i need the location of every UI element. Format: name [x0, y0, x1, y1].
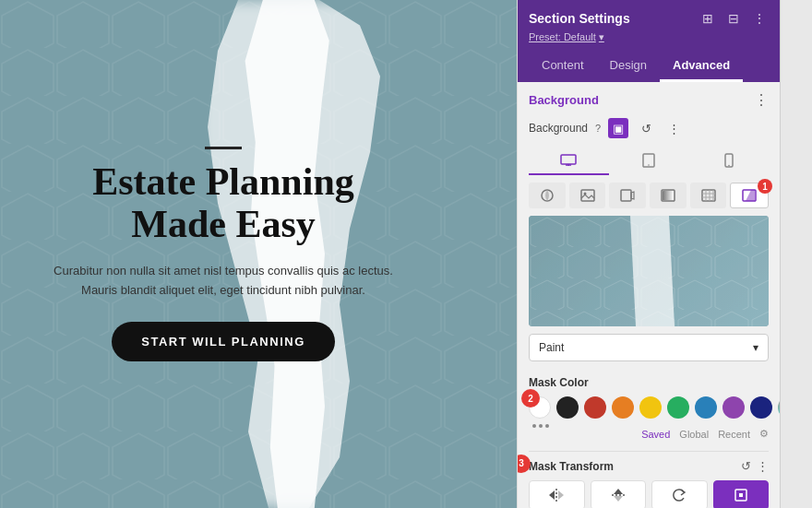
transform-btn-rotate[interactable] [651, 480, 708, 508]
recent-label[interactable]: Recent [718, 429, 750, 440]
preview-panel: Estate Planning Made Easy Curabitur non … [0, 0, 517, 508]
color-swatch-red[interactable] [584, 396, 606, 419]
right-strip [780, 0, 812, 508]
panel-header: Section Settings ⊞ ⊟ ⋮ Preset: Default ▾… [518, 0, 780, 82]
svg-rect-27 [739, 493, 743, 497]
color-swatch-custom[interactable]: ✎ [778, 396, 780, 419]
paint-dropdown-arrow: ▾ [753, 341, 758, 354]
section-header: Background ⋮ [518, 82, 780, 114]
bg-label: Background [529, 122, 588, 135]
svg-rect-12 [621, 190, 631, 201]
color-swatch-green[interactable] [667, 396, 689, 419]
mask-badge-2: 2 [521, 389, 540, 408]
transform-buttons [529, 480, 769, 508]
bg-preview-thumb [529, 216, 769, 326]
bg-type-pattern[interactable] [690, 183, 727, 208]
transform-btn-flip-h[interactable] [529, 480, 585, 508]
mask-color-section: Mask Color ✎ 2 [518, 371, 780, 449]
mask-badge-1: 1 [758, 179, 772, 194]
svg-rect-10 [581, 190, 594, 201]
paint-dropdown-label: Paint [539, 341, 564, 354]
svg-point-6 [648, 164, 650, 166]
paint-dropdown-row: Paint ▾ [529, 334, 769, 361]
color-swatch-purple[interactable] [722, 396, 745, 419]
transform-btn-active[interactable] [713, 480, 770, 508]
tab-content[interactable]: Content [529, 51, 597, 82]
mask-transform-icons: ↺ ⋮ [741, 459, 769, 473]
bg-icon-reset[interactable]: ↺ [636, 118, 656, 138]
bg-type-mask[interactable]: 1 [730, 183, 769, 208]
mt-reset-icon[interactable]: ↺ [741, 459, 751, 473]
mt-more-icon[interactable]: ⋮ [757, 459, 769, 473]
section-menu-icon[interactable]: ⋮ [754, 91, 769, 109]
side-panel: Section Settings ⊞ ⊟ ⋮ Preset: Default ▾… [517, 0, 780, 508]
svg-rect-14 [663, 191, 674, 200]
bg-icon-square[interactable]: ▣ [608, 118, 628, 138]
device-tab-mobile[interactable] [688, 148, 769, 175]
hero-title: Estate Planning Made Easy [48, 160, 399, 245]
gear-icon[interactable]: ⚙ [759, 428, 769, 440]
paint-dropdown[interactable]: Paint ▾ [529, 334, 769, 361]
bg-type-image[interactable] [569, 183, 606, 208]
divider [529, 451, 769, 452]
color-swatch-black[interactable] [556, 396, 579, 419]
panel-tabs: Content Design Advanced [529, 51, 769, 82]
color-swatch-orange[interactable] [612, 396, 634, 419]
panel-icon-split[interactable]: ⊟ [724, 9, 743, 28]
svg-point-8 [728, 165, 730, 167]
preview-content: Estate Planning Made Easy Curabitur non … [48, 147, 399, 362]
section-title: Background [529, 93, 599, 107]
panel-body: Background ⋮ Background ? ▣ ↺ ⋮ [518, 82, 780, 508]
bg-help-icon[interactable]: ? [595, 123, 601, 134]
device-tab-desktop[interactable] [529, 148, 609, 175]
preset-label[interactable]: Preset: Default [529, 31, 596, 42]
color-swatch-darkblue[interactable] [750, 396, 772, 419]
panel-icon-grid[interactable]: ⊞ [699, 9, 717, 28]
device-tab-tablet[interactable] [609, 148, 689, 175]
svg-rect-2 [561, 155, 576, 164]
device-tabs [518, 144, 780, 179]
global-label[interactable]: Global [679, 429, 709, 440]
bg-type-color[interactable] [529, 183, 566, 208]
panel-header-icons: ⊞ ⊟ ⋮ [699, 9, 769, 28]
tab-advanced[interactable]: Advanced [660, 51, 743, 82]
bg-row: Background ? ▣ ↺ ⋮ [518, 114, 780, 144]
mask-color-title: Mask Color [529, 376, 769, 389]
decorative-line [205, 147, 242, 149]
hero-subtitle: Curabitur non nulla sit amet nisl tempus… [48, 262, 399, 301]
thumb-bg [529, 216, 769, 326]
color-swatch-blue[interactable] [695, 396, 717, 419]
panel-icon-more[interactable]: ⋮ [750, 9, 769, 28]
tab-design[interactable]: Design [597, 51, 660, 82]
transform-btn-flip-v[interactable] [591, 480, 647, 508]
panel-preset: Preset: Default ▾ [529, 31, 769, 43]
saved-label[interactable]: Saved [641, 429, 670, 440]
mask-transform-title: Mask Transform [529, 460, 614, 473]
panel-header-top: Section Settings ⊞ ⊟ ⋮ [529, 9, 769, 28]
color-swatch-yellow[interactable] [639, 396, 662, 419]
bg-icon-more[interactable]: ⋮ [663, 118, 684, 138]
bg-type-video[interactable] [609, 183, 646, 208]
color-swatches: ✎ [529, 396, 780, 419]
preset-arrow[interactable]: ▾ [599, 31, 604, 42]
bg-type-gradient[interactable] [650, 183, 687, 208]
panel-title: Section Settings [529, 11, 630, 26]
bg-type-row: 1 [518, 179, 780, 216]
mask-transform-section: 3 Mask Transform ↺ ⋮ [518, 454, 780, 508]
saved-row: Saved Global Recent ⚙ [529, 428, 769, 440]
mask-transform-header: 3 Mask Transform ↺ ⋮ [529, 459, 769, 473]
cta-button[interactable]: Start Will Planning [112, 322, 335, 361]
